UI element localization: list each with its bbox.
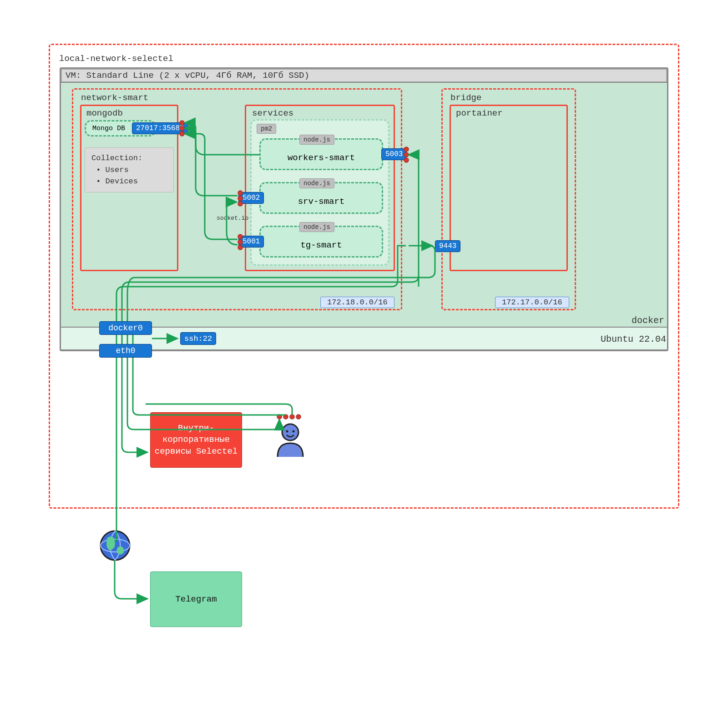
workers-port: 5003 xyxy=(381,148,407,160)
collection-item-devices: • Devices xyxy=(91,176,167,187)
selectel-label: Внутри- корпоративные сервисы Selectel xyxy=(151,423,242,458)
socketio-label: socket.io xyxy=(217,215,248,222)
vm-title: VM: Standard Line (2 x vCPU, 4Гб RAM, 10… xyxy=(66,71,309,81)
srv-smart-label: srv-smart xyxy=(298,197,345,207)
mongodb-title: mongodb xyxy=(86,108,123,118)
selectel-services-box: Внутри- корпоративные сервисы Selectel xyxy=(150,412,242,468)
tg-nodejs-tag: node.js xyxy=(299,222,334,232)
collection-title: Collection: xyxy=(91,152,167,164)
srv-port: 5002 xyxy=(238,192,264,204)
portainer-title: portainer xyxy=(456,108,503,118)
pm2-tag: pm2 xyxy=(257,124,276,134)
local-network-label: local-network-selectel xyxy=(59,54,173,64)
network-smart-cidr: 172.18.0.0/16 xyxy=(320,297,394,308)
tg-smart-label: tg-smart xyxy=(300,240,342,250)
docker-label: docker xyxy=(632,315,664,326)
svg-point-0 xyxy=(101,531,130,560)
bridge-title: bridge xyxy=(450,93,481,103)
telegram-box: Telegram xyxy=(150,571,242,627)
portainer-port: 9443 xyxy=(435,240,460,252)
ubuntu-label: Ubuntu 22.04 xyxy=(601,334,666,344)
services-title: services xyxy=(252,108,293,118)
svg-point-2 xyxy=(282,424,298,440)
docker0-interface: docker0 xyxy=(99,321,152,335)
workers-nodejs-tag: node.js xyxy=(299,135,334,145)
telegram-label: Telegram xyxy=(175,594,217,604)
eth0-interface: eth0 xyxy=(99,344,152,358)
ssh-port: ssh:22 xyxy=(180,332,216,345)
bridge-cidr: 172.17.0.0/16 xyxy=(495,297,569,308)
user-icon xyxy=(275,421,306,458)
tg-port: 5001 xyxy=(238,236,264,248)
srv-nodejs-tag: node.js xyxy=(299,178,334,188)
mongodb-collection: Collection: • Users • Devices xyxy=(85,147,174,192)
network-smart-title: network-smart xyxy=(81,93,148,103)
collection-item-users: • Users xyxy=(91,164,167,176)
svg-point-3 xyxy=(286,430,288,433)
mongodb-port: 27017:35689 xyxy=(132,122,188,134)
globe-icon xyxy=(99,530,131,561)
workers-smart-label: workers-smart xyxy=(288,153,355,163)
diagram-canvas: local-network-selectel VM: Standard Line… xyxy=(0,0,728,728)
portainer-container xyxy=(450,105,568,271)
mongodb-pill-label: Mongo DB xyxy=(92,125,125,132)
svg-point-4 xyxy=(293,430,295,433)
